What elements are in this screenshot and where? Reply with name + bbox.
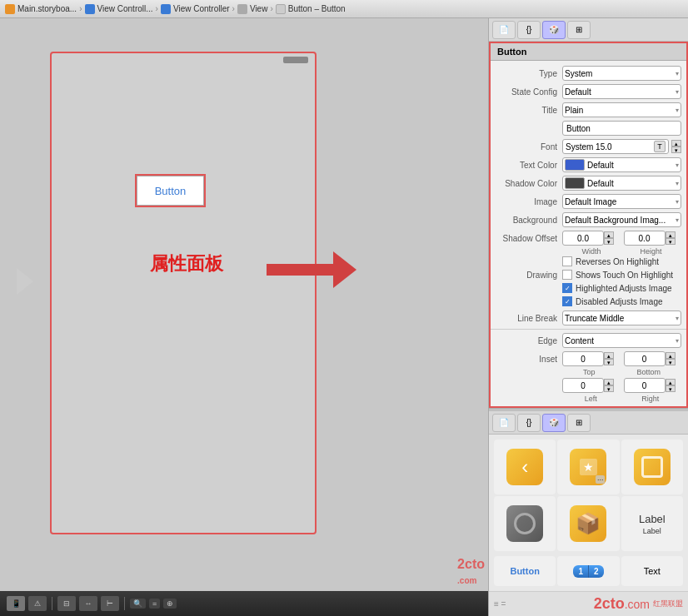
drawing-label: Drawing	[496, 269, 562, 280]
brand-name: 红黑联盟	[653, 599, 683, 609]
tab-grid[interactable]: ⊞	[567, 21, 591, 39]
library-item-back[interactable]: ‹	[494, 440, 556, 494]
library-button-label: Button	[510, 566, 539, 576]
library-item-square[interactable]	[621, 440, 683, 494]
prop-inset-lr-row: ▴ ▾ ▴ ▾	[491, 376, 686, 395]
device-status-bar	[283, 57, 308, 63]
library-item-circle[interactable]	[494, 496, 556, 551]
toolbar-warning-icon[interactable]: ⚠	[28, 596, 47, 611]
library-text-item[interactable]: Text	[621, 556, 683, 586]
highlighted-row: ✓ Highlighted Adjusts Image	[562, 282, 678, 294]
shadow-height-up[interactable]: ▴	[666, 231, 676, 238]
breadcrumb-item-1[interactable]: Main.storyboa...	[5, 4, 77, 14]
breadcrumb-item-2[interactable]: View Controll...	[85, 4, 153, 14]
inset-bottom-down[interactable]: ▾	[666, 359, 676, 365]
font-step-up[interactable]: ▴	[671, 140, 681, 147]
prop-button-text-control: Button	[562, 121, 681, 136]
breadcrumb-sep-2: ›	[156, 4, 158, 13]
shadow-height-input[interactable]	[624, 231, 666, 246]
inset-bottom-up[interactable]: ▴	[666, 352, 676, 359]
label-preview: Label	[639, 513, 666, 525]
library-segmented-item[interactable]: 1 2	[557, 556, 619, 586]
seg-1: 1	[573, 565, 589, 578]
inset-left-down[interactable]: ▾	[604, 385, 614, 392]
breadcrumb-sep-1: ›	[79, 4, 82, 13]
line-break-arrow: ▾	[676, 315, 679, 322]
divider-1	[491, 329, 686, 330]
toolbar-phone-icon[interactable]: 📱	[7, 596, 25, 611]
library-button-item[interactable]: Button	[494, 556, 556, 586]
prop-title-control: Plain ▾	[562, 102, 681, 117]
prop-text-color-control: Default ▾	[562, 157, 681, 172]
title-select[interactable]: Plain ▾	[562, 102, 681, 117]
shadow-width-down[interactable]: ▾	[604, 238, 614, 245]
toolbar-zoom-search[interactable]: 🔍	[130, 599, 146, 609]
canvas-area: Button 属性面板 📱 ⚠ ⊟ ↔ ⊢ 🔍 = ⊕ 2cto .co	[0, 18, 488, 616]
prop-line-break-label: Line Break	[496, 314, 562, 323]
shadow-color-select[interactable]: Default ▾	[562, 176, 681, 191]
state-select[interactable]: Default ▾	[562, 84, 681, 99]
inset-top-down[interactable]: ▾	[604, 359, 614, 365]
button-text-input[interactable]: Button	[562, 121, 681, 136]
ui-button[interactable]: Button	[137, 176, 204, 206]
lib-tab-grid[interactable]: ⊞	[567, 414, 591, 432]
type-select[interactable]: System ▾	[562, 66, 681, 81]
shadow-height-down[interactable]: ▾	[666, 238, 676, 245]
prop-inset-lr-control: ▴ ▾ ▴ ▾	[562, 378, 681, 393]
prop-type-row: Type System ▾	[491, 64, 686, 82]
shadow-color-value: Default	[587, 179, 614, 188]
toolbar-media-icon[interactable]: ⊢	[101, 596, 119, 611]
ui-button-label: Button	[155, 185, 187, 197]
toolbar-zoom-out[interactable]: ⊕	[163, 599, 177, 609]
tab-file[interactable]: 📄	[492, 21, 516, 39]
library-item-label[interactable]: Label Label	[621, 496, 683, 551]
shadow-width-input[interactable]	[562, 231, 604, 246]
line-break-select[interactable]: Truncate Middle ▾	[562, 310, 681, 325]
font-step-down[interactable]: ▾	[671, 147, 681, 153]
inset-right-up[interactable]: ▴	[666, 379, 676, 385]
left-nav-arrow[interactable]	[17, 268, 33, 295]
toolbar-arrows-icon[interactable]: ↔	[79, 596, 97, 611]
watermark-text: 2cto	[457, 557, 485, 571]
title-value: Plain	[565, 106, 583, 115]
inset-bottom-input[interactable]	[624, 351, 666, 366]
toolbar-layout-icon[interactable]: ⊟	[57, 596, 76, 611]
font-T-button[interactable]: T	[654, 141, 666, 152]
lib-tab-file[interactable]: 📄	[492, 414, 516, 432]
toolbar-zoom-equals[interactable]: =	[149, 599, 160, 609]
text-color-value: Default	[587, 161, 614, 170]
library-item-cube[interactable]: 📦	[557, 496, 619, 551]
inset-top-up[interactable]: ▴	[604, 352, 614, 359]
shadow-width-field: ▴ ▾	[562, 231, 621, 246]
library-item-star[interactable]: ★ ···	[557, 440, 619, 494]
lib-tab-code[interactable]: {}	[517, 414, 541, 432]
image-arrow: ▾	[676, 198, 679, 206]
edge-select[interactable]: Content ▾	[562, 333, 681, 348]
prop-shadow-color-row: Shadow Color Default ▾	[491, 174, 686, 192]
inset-left-up[interactable]: ▴	[604, 379, 614, 385]
disabled-checkbox[interactable]: ✓	[562, 296, 572, 306]
shows-touch-label: Shows Touch On Highlight	[576, 271, 673, 280]
breadcrumb-item-5[interactable]: Button – Button	[276, 4, 346, 14]
attributes-inspector: Button Type System ▾ State Config	[489, 42, 688, 408]
inset-right-down[interactable]: ▾	[666, 385, 676, 392]
shadow-height-field: ▴ ▾	[624, 231, 682, 246]
highlighted-checkbox[interactable]: ✓	[562, 283, 572, 293]
breadcrumb-item-4[interactable]: View	[237, 4, 268, 14]
inset-left-input[interactable]	[562, 378, 604, 393]
inset-right-input[interactable]	[624, 378, 666, 393]
toolbar-sep-2	[124, 597, 125, 610]
reverses-row: Reverses On Highlight	[491, 256, 686, 267]
reverses-checkbox[interactable]	[562, 256, 572, 266]
shadow-width-up[interactable]: ▴	[604, 231, 614, 238]
background-select[interactable]: Default Background Imag... ▾	[562, 212, 681, 227]
text-color-select[interactable]: Default ▾	[562, 157, 681, 172]
shows-touch-checkbox[interactable]	[562, 270, 572, 280]
breadcrumb-item-3[interactable]: View Controller	[161, 4, 230, 14]
inset-top-input[interactable]	[562, 351, 604, 366]
font-select[interactable]: System 15.0 T	[562, 139, 669, 154]
image-select[interactable]: Default Image ▾	[562, 194, 681, 209]
tab-attributes[interactable]: 🎲	[542, 21, 566, 39]
tab-code[interactable]: {}	[517, 21, 541, 39]
lib-tab-cube[interactable]: 🎲	[542, 414, 566, 432]
